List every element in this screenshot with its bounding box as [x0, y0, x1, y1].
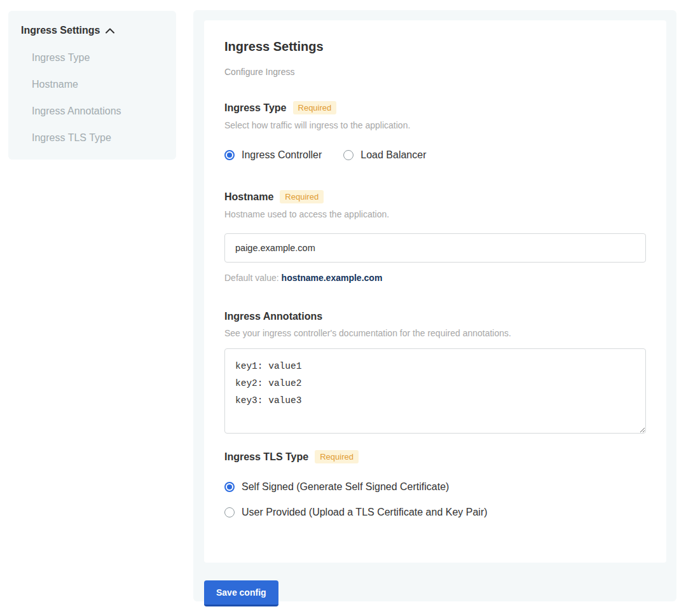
- section-ingress-tls-type: Ingress TLS Type Required Self Signed (G…: [224, 450, 646, 518]
- hostname-input[interactable]: [224, 233, 646, 263]
- chevron-up-icon: [106, 28, 114, 34]
- hostname-help: Hostname used to access the application.: [224, 209, 646, 219]
- sidebar-item-hostname[interactable]: Hostname: [32, 79, 166, 90]
- radio-label: User Provided (Upload a TLS Certificate …: [242, 507, 488, 518]
- config-main-panel: Ingress Settings Configure Ingress Ingre…: [193, 10, 676, 601]
- section-hostname: Hostname Required Hostname used to acces…: [224, 190, 646, 283]
- hostname-default-line: Default value:hostname.example.com: [224, 273, 646, 283]
- radio-label: Ingress Controller: [242, 149, 322, 161]
- ingress-type-help: Select how traffic will ingress to the a…: [224, 120, 646, 130]
- radio-circle-icon: [224, 150, 235, 160]
- sidebar-item-ingress-tls-type[interactable]: Ingress TLS Type: [32, 133, 166, 143]
- sidebar-group-ingress-settings[interactable]: Ingress Settings: [21, 25, 166, 36]
- save-config-button[interactable]: Save config: [204, 580, 278, 606]
- hostname-label: Hostname: [224, 191, 273, 203]
- default-value-prefix: Default value:: [224, 273, 279, 283]
- required-badge: Required: [280, 190, 324, 203]
- radio-circle-icon: [224, 507, 235, 517]
- annotations-textarea[interactable]: key1: value1 key2: value2 key3: value3: [224, 348, 646, 434]
- radio-ingress-controller[interactable]: Ingress Controller: [224, 149, 322, 161]
- radio-label: Load Balancer: [360, 149, 426, 161]
- radio-circle-icon: [224, 482, 235, 492]
- config-sidebar: Ingress Settings Ingress Type Hostname I…: [8, 11, 176, 160]
- ingress-settings-card: Ingress Settings Configure Ingress Ingre…: [204, 20, 666, 563]
- sidebar-item-ingress-type[interactable]: Ingress Type: [32, 53, 166, 63]
- sidebar-item-list: Ingress Type Hostname Ingress Annotation…: [32, 53, 166, 143]
- annotations-label: Ingress Annotations: [224, 311, 322, 322]
- ingress-type-options: Ingress Controller Load Balancer: [224, 149, 646, 161]
- section-ingress-annotations: Ingress Annotations See your ingress con…: [224, 311, 646, 434]
- radio-circle-icon: [343, 150, 353, 160]
- ingress-type-label: Ingress Type: [224, 102, 287, 114]
- sidebar-item-ingress-annotations[interactable]: Ingress Annotations: [32, 106, 166, 116]
- tls-type-options: Self Signed (Generate Self Signed Certif…: [224, 481, 646, 518]
- tls-type-label: Ingress TLS Type: [224, 451, 308, 463]
- radio-self-signed[interactable]: Self Signed (Generate Self Signed Certif…: [224, 481, 646, 493]
- radio-user-provided[interactable]: User Provided (Upload a TLS Certificate …: [224, 507, 646, 518]
- sidebar-group-label: Ingress Settings: [21, 25, 100, 36]
- section-ingress-type: Ingress Type Required Select how traffic…: [224, 101, 646, 161]
- radio-label: Self Signed (Generate Self Signed Certif…: [242, 481, 449, 493]
- card-subtitle: Configure Ingress: [224, 67, 646, 77]
- annotations-help: See your ingress controller's documentat…: [224, 328, 646, 338]
- radio-load-balancer[interactable]: Load Balancer: [343, 149, 426, 161]
- required-badge: Required: [315, 450, 359, 463]
- default-value: hostname.example.com: [282, 273, 383, 283]
- required-badge: Required: [293, 101, 337, 114]
- card-title: Ingress Settings: [224, 39, 646, 54]
